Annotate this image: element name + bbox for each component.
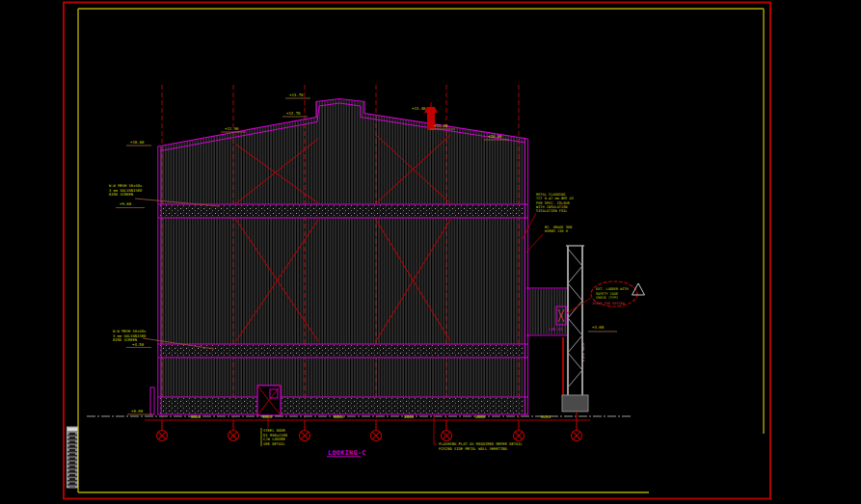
note-elevation: +9.60 bbox=[120, 201, 132, 206]
note-right-mid: RC. GRADE 30B KERBS 150 H bbox=[526, 225, 572, 252]
note-line: KERBS 150 H bbox=[545, 229, 568, 233]
dim-value: 8000 bbox=[475, 414, 486, 419]
note-door: STEEL DOOR D1 900x2100 C/W LOUVRE SEE DE… bbox=[261, 417, 288, 446]
dim-value: 8000 bbox=[404, 414, 415, 419]
cloud-note-line: CHECK (TYP) bbox=[596, 296, 618, 300]
view-title-text: LOOKING-C bbox=[328, 449, 366, 457]
dim-value: 8000 bbox=[191, 414, 202, 419]
revision-triangle-icon bbox=[632, 283, 645, 295]
dimension-line: 8000 8000 8000 8000 8000 6000 bbox=[145, 414, 590, 420]
cad-drawing-viewport[interactable]: LAD-01 PIPE RACK EXT. LADDER WITH SAFETY… bbox=[0, 0, 861, 504]
elevation-label: +0.00 bbox=[131, 409, 144, 413]
elevation-label: +3.60 bbox=[592, 325, 605, 330]
door bbox=[257, 385, 281, 415]
revision-cloud: EXT. LADDER WITH SAFETY CAGE CHECK (TYP)… bbox=[567, 281, 637, 313]
elevation-label: +13.70 bbox=[289, 93, 304, 97]
note-line: BIRD SCREEN bbox=[109, 192, 134, 197]
note-line: FIXING SIDE METAL WALL SHEETING bbox=[439, 446, 508, 451]
dim-value: 8000 bbox=[334, 414, 344, 419]
note-elevation: +4.50 bbox=[132, 342, 145, 347]
rack-side-label: PIPE RACK bbox=[581, 342, 585, 361]
dim-value: 8000 bbox=[262, 414, 273, 419]
elevation-label: +12.70 bbox=[286, 111, 301, 116]
revision-table-strip bbox=[67, 427, 78, 488]
dim-value: 6000 bbox=[541, 414, 552, 419]
elevation-label: +10.80 bbox=[488, 134, 502, 139]
elevation-label: +11.20 bbox=[434, 123, 448, 128]
note-line: SEE DETAIL bbox=[263, 441, 286, 446]
louver-band-lower bbox=[158, 344, 528, 358]
cloud-issue-label: ISSUE FOR REVIEW bbox=[592, 302, 626, 305]
louver-band-upper bbox=[158, 204, 528, 218]
wainscot-base bbox=[158, 397, 528, 414]
ladder-tag-label: LAD-01 bbox=[549, 327, 563, 332]
elevation-label: +10.60 bbox=[130, 140, 145, 145]
note-line: SISALATION FOIL bbox=[536, 209, 567, 213]
view-title: LOOKING-C bbox=[327, 449, 366, 457]
building-wall bbox=[158, 99, 528, 414]
cloud-note-line: SAFETY CAGE bbox=[596, 292, 618, 296]
elevation-drawing: LAD-01 PIPE RACK EXT. LADDER WITH SAFETY… bbox=[0, 0, 861, 504]
cloud-note-line: EXT. LADDER WITH bbox=[596, 287, 629, 291]
downspout bbox=[150, 387, 154, 414]
elevation-label: +11.90 bbox=[225, 126, 239, 131]
elevation-label: +13.40 bbox=[412, 106, 426, 111]
